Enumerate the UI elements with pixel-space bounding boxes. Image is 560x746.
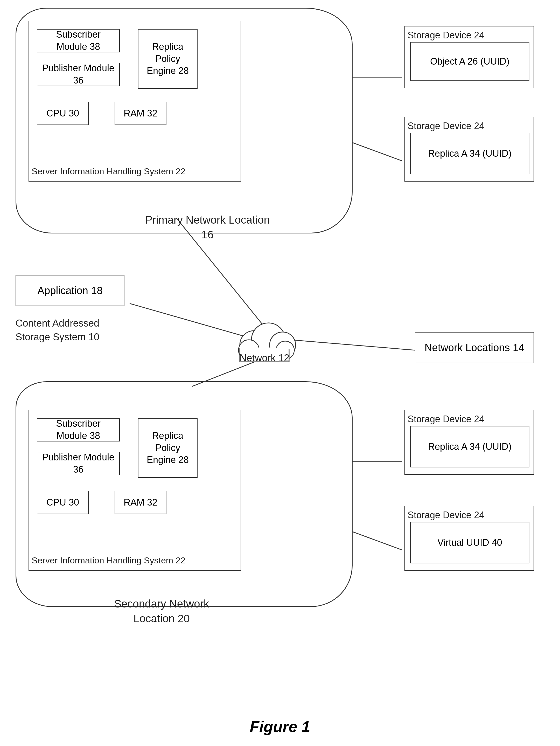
secondary-network-label: Secondary Network Location 20 bbox=[114, 597, 209, 626]
figure-caption: Figure 1 bbox=[250, 718, 310, 736]
svg-line-5 bbox=[353, 143, 402, 161]
secondary-server-box: Subscriber Module 38 Publisher Module 36… bbox=[29, 410, 241, 571]
primary-subscriber-module: Subscriber Module 38 bbox=[37, 29, 120, 52]
secondary-cpu: CPU 30 bbox=[37, 491, 89, 514]
secondary-storage-1-label: Storage Device 24 bbox=[408, 413, 484, 426]
application-box: Application 18 bbox=[16, 275, 124, 306]
svg-line-7 bbox=[353, 532, 402, 550]
svg-line-2 bbox=[290, 340, 415, 350]
diagram: Primary Network Location 16 Subscriber M… bbox=[0, 0, 560, 746]
primary-cpu: CPU 30 bbox=[37, 102, 89, 125]
secondary-replica-policy: Replica Policy Engine 28 bbox=[138, 418, 198, 478]
network-label: Network 12 bbox=[228, 351, 301, 365]
primary-ram: RAM 32 bbox=[115, 102, 167, 125]
primary-storage-2-inner: Replica A 34 (UUID) bbox=[410, 133, 529, 174]
primary-publisher-module: Publisher Module 36 bbox=[37, 63, 120, 86]
secondary-publisher-module: Publisher Module 36 bbox=[37, 452, 120, 475]
secondary-storage-2-inner: Virtual UUID 40 bbox=[410, 522, 529, 564]
secondary-storage-1-inner: Replica A 34 (UUID) bbox=[410, 426, 529, 467]
primary-storage-1-inner: Object A 26 (UUID) bbox=[410, 42, 529, 81]
secondary-storage-2-label: Storage Device 24 bbox=[408, 509, 484, 522]
primary-storage-2-outer: Storage Device 24 Replica A 34 (UUID) bbox=[405, 117, 534, 181]
primary-replica-policy: Replica Policy Engine 28 bbox=[138, 29, 198, 89]
secondary-storage-1-outer: Storage Device 24 Replica A 34 (UUID) bbox=[405, 410, 534, 475]
primary-server-box: Subscriber Module 38 Publisher Module 36… bbox=[29, 21, 241, 181]
secondary-subscriber-module: Subscriber Module 38 bbox=[37, 418, 120, 441]
network-cloud: Network 12 bbox=[228, 311, 301, 368]
primary-storage-1-label: Storage Device 24 bbox=[408, 29, 484, 42]
primary-server-label: Server Information Handling System 22 bbox=[32, 166, 185, 177]
primary-storage-2-label: Storage Device 24 bbox=[408, 120, 484, 133]
secondary-ram: RAM 32 bbox=[115, 491, 167, 514]
primary-storage-1-outer: Storage Device 24 Object A 26 (UUID) bbox=[405, 26, 534, 88]
secondary-server-label: Server Information Handling System 22 bbox=[32, 554, 185, 567]
cas-system-label: Content Addressed Storage System 10 bbox=[16, 316, 99, 344]
primary-network-label: Primary Network Location 16 bbox=[145, 213, 270, 242]
network-locations-box: Network Locations 14 bbox=[415, 332, 534, 363]
secondary-storage-2-outer: Storage Device 24 Virtual UUID 40 bbox=[405, 506, 534, 571]
